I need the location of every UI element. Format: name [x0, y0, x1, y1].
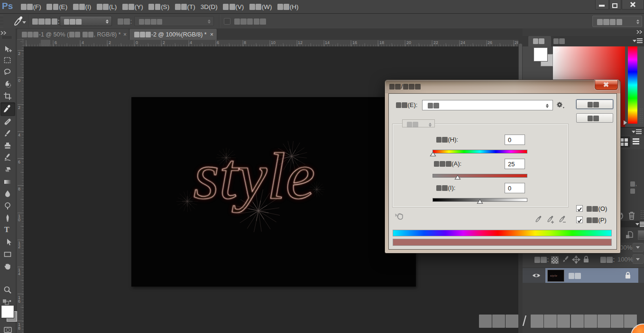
svg-text:style: style — [193, 139, 315, 213]
